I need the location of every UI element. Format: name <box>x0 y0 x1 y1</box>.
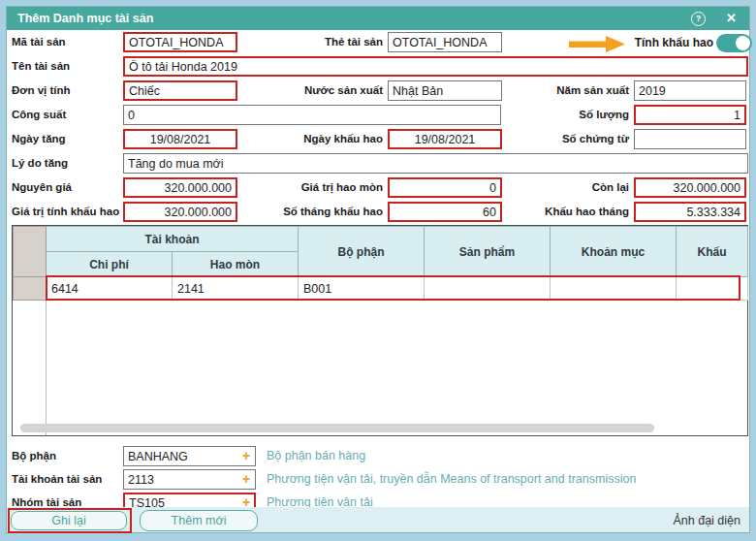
label-ngay-tang: Ngày tăng <box>12 129 122 149</box>
accounts-grid: Tài khoản Bộ phận Sản phẩm Khoản mục Khấ… <box>12 225 748 436</box>
help-icon[interactable]: ? <box>691 12 706 26</box>
so-thang-khau-hao-input[interactable] <box>388 202 502 222</box>
add-tai-khoan-icon[interactable]: + <box>238 469 254 490</box>
grid-header-tai-khoan: Tài khoản <box>47 227 299 252</box>
close-icon[interactable]: ✕ <box>726 11 737 26</box>
grid-header-chi-phi: Chi phí <box>47 252 173 277</box>
nuoc-san-xuat-input[interactable] <box>388 80 502 101</box>
label-ten-tai-san: Tên tài sản <box>12 56 122 77</box>
grid-cell-khau[interactable] <box>677 277 748 301</box>
label-don-vi-tinh: Đơn vị tính <box>12 80 122 101</box>
cong-suat-input[interactable] <box>123 105 501 125</box>
nam-san-xuat-input[interactable] <box>634 80 746 101</box>
grid-cell-khoan-muc[interactable] <box>551 277 677 301</box>
label-gia-tri-hao-mon: Giá trị hao mòn <box>230 177 383 198</box>
grid-header-hao-mon: Hao mòn <box>173 252 299 277</box>
label-con-lai: Còn lại <box>507 177 629 198</box>
label-ma-tai-san: Mã tài sản <box>12 32 122 52</box>
avatar-label: Ảnh đại diện <box>673 510 740 531</box>
grid-selector-column-line <box>46 301 47 435</box>
don-vi-tinh-input[interactable] <box>123 80 237 101</box>
label-nguyen-gia: Nguyên giá <box>12 177 122 198</box>
nguyen-gia-input[interactable] <box>123 177 237 198</box>
orange-arrow-icon <box>569 36 625 52</box>
label-nam-san-xuat: Năm sản xuất <box>507 80 629 101</box>
grid-row-selector-header <box>14 227 47 277</box>
gia-tri-hao-mon-input[interactable] <box>388 177 502 198</box>
ma-tai-san-input[interactable] <box>123 32 237 52</box>
add-asset-dialog: Thêm Danh mục tài sản ? ✕ Mã tài sản Thẻ… <box>7 7 749 532</box>
tai-khoan-tai-san-input[interactable] <box>123 469 256 490</box>
label-tai-khoan-tai-san: Tài khoản tài sản <box>12 469 122 490</box>
label-so-thang-khau-hao: Số tháng khấu hao <box>230 202 383 222</box>
grid-data-row[interactable]: 6414 2141 B001 <box>14 277 748 301</box>
grid-row-selector-cell[interactable] <box>14 277 47 301</box>
add-bo-phan-icon[interactable]: + <box>238 446 254 466</box>
label-khau-hao-thang: Khấu hao tháng <box>507 202 629 222</box>
so-luong-input[interactable] <box>634 105 746 125</box>
tinh-khau-hao-toggle[interactable] <box>716 34 752 52</box>
dialog-title: Thêm Danh mục tài sản <box>17 12 153 25</box>
grid-cell-hao-mon[interactable]: 2141 <box>173 277 299 301</box>
save-button[interactable]: Ghi lại <box>11 511 127 530</box>
label-tinh-khau-hao: Tính khấu hao <box>628 33 713 53</box>
label-bo-phan: Bộ phận <box>12 446 122 466</box>
tai-khoan-tai-san-description: Phương tiện vận tải, truyền dẫn Means of… <box>267 469 636 490</box>
grid-header-khau: Khấu <box>677 227 748 277</box>
label-so-luong: Số lượng <box>507 105 629 125</box>
label-gia-tri-tinh-khau-hao: Giá trị tính khấu hao <box>12 202 122 222</box>
label-so-chung-tu: Số chứng từ <box>507 129 629 149</box>
label-nuoc-san-xuat: Nước sản xuất <box>230 80 383 101</box>
ngay-khau-hao-input[interactable] <box>388 129 502 149</box>
bo-phan-input[interactable] <box>123 446 256 466</box>
label-the-tai-san: Thẻ tài sản <box>230 32 383 52</box>
gia-tri-tinh-khau-hao-input[interactable] <box>123 202 237 222</box>
grid-header-bo-phan: Bộ phận <box>299 227 425 277</box>
label-ngay-khau-hao: Ngày khấu hao <box>230 129 383 149</box>
grid-cell-bo-phan[interactable]: B001 <box>299 277 425 301</box>
ly-do-tang-input[interactable] <box>123 153 748 174</box>
grid-header-khoan-muc: Khoản mục <box>551 227 677 277</box>
grid-horizontal-scrollbar-thumb[interactable] <box>20 424 654 432</box>
dialog-titlebar: Thêm Danh mục tài sản ? ✕ <box>7 7 749 30</box>
ngay-tang-input[interactable] <box>123 129 237 149</box>
so-chung-tu-input[interactable] <box>634 129 746 149</box>
grid-cell-chi-phi[interactable]: 6414 <box>47 277 173 301</box>
label-ly-do-tang: Lý do tăng <box>12 153 122 174</box>
con-lai-input[interactable] <box>634 177 746 198</box>
khau-hao-thang-input[interactable] <box>634 202 746 222</box>
add-new-button[interactable]: Thêm mới <box>140 510 258 531</box>
grid-header-san-pham: Sản phẩm <box>425 227 551 277</box>
ten-tai-san-input[interactable] <box>123 56 748 77</box>
bo-phan-description: Bộ phận bán hàng <box>267 446 365 466</box>
grid-cell-san-pham[interactable] <box>425 277 551 301</box>
toggle-knob <box>736 36 750 50</box>
label-cong-suat: Công suất <box>12 105 122 125</box>
save-button-highlight: Ghi lại <box>8 508 132 533</box>
the-tai-san-input[interactable] <box>388 32 502 52</box>
